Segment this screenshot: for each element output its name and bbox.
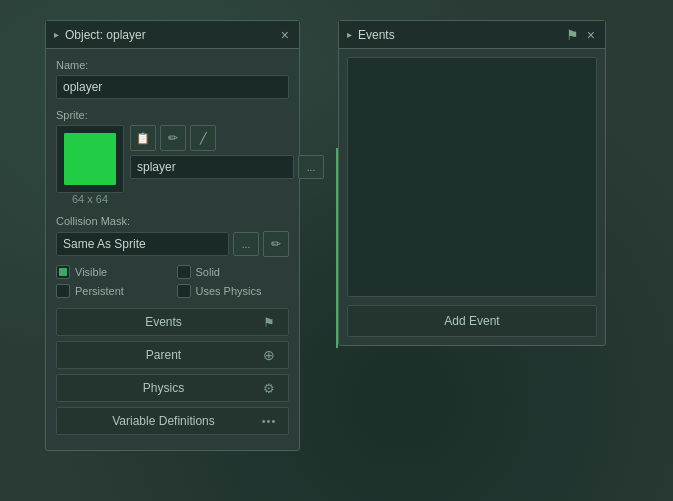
- sprite-browse-button[interactable]: 📋: [130, 125, 156, 151]
- parent-button-label: Parent: [67, 348, 260, 362]
- collision-mask-input[interactable]: [56, 232, 229, 256]
- physics-button[interactable]: Physics ⚙: [56, 374, 289, 402]
- collision-edit-button[interactable]: ✏: [263, 231, 289, 257]
- add-event-button[interactable]: Add Event: [347, 305, 597, 337]
- persistent-checkbox-item: Persistent: [56, 284, 169, 298]
- uses-physics-label: Uses Physics: [196, 285, 262, 297]
- collision-edit-icon: ✏: [271, 237, 281, 251]
- variable-definitions-button[interactable]: Variable Definitions •••: [56, 407, 289, 435]
- persistent-label: Persistent: [75, 285, 124, 297]
- events-panel: ▸ Events ⚑ × Add Event: [338, 20, 606, 346]
- gear-icon: ⚙: [260, 379, 278, 397]
- file-icon: 📋: [136, 132, 150, 145]
- uses-physics-checkbox-item: Uses Physics: [177, 284, 290, 298]
- sprite-thumbnail: [64, 133, 116, 185]
- events-button-label: Events: [67, 315, 260, 329]
- object-panel-body: Name: Sprite: 64 x 64 📋: [46, 49, 299, 450]
- edit-icon: ✏: [168, 131, 178, 145]
- checkbox-grid: Visible Solid Persistent Uses Physics: [56, 265, 289, 298]
- physics-button-label: Physics: [67, 381, 260, 395]
- persistent-checkbox[interactable]: [56, 284, 70, 298]
- variable-definitions-button-label: Variable Definitions: [67, 414, 260, 428]
- visible-checkbox-item: Visible: [56, 265, 169, 279]
- parent-button[interactable]: Parent ⊕: [56, 341, 289, 369]
- collapse-arrow-icon[interactable]: ▸: [54, 29, 59, 40]
- events-panel-title: Events: [358, 28, 395, 42]
- sprite-label: Sprite:: [56, 109, 289, 121]
- flag-icon: ⚑: [260, 313, 278, 331]
- sprite-name-row: ...: [130, 155, 324, 179]
- object-panel-close-button[interactable]: ×: [279, 28, 291, 42]
- events-flag-icon: ⚑: [566, 27, 579, 43]
- events-header-left: ▸ Events: [347, 28, 395, 42]
- collision-label: Collision Mask:: [56, 215, 289, 227]
- object-panel-header: ▸ Object: oplayer ×: [46, 21, 299, 49]
- events-button[interactable]: Events ⚑: [56, 308, 289, 336]
- events-collapse-arrow-icon[interactable]: ▸: [347, 29, 352, 40]
- pencil-icon: ╱: [200, 132, 207, 145]
- name-label: Name:: [56, 59, 289, 71]
- collision-row: ... ✏: [56, 231, 289, 257]
- parent-icon: ⊕: [260, 346, 278, 364]
- solid-label: Solid: [196, 266, 220, 278]
- sprite-name-input[interactable]: [130, 155, 294, 179]
- header-left: ▸ Object: oplayer: [54, 28, 146, 42]
- uses-physics-checkbox[interactable]: [177, 284, 191, 298]
- sprite-section: Sprite: 64 x 64 📋 ✏: [56, 109, 289, 205]
- collision-dots-button[interactable]: ...: [233, 232, 259, 256]
- sprite-dots-button[interactable]: ...: [298, 155, 324, 179]
- solid-checkbox-item: Solid: [177, 265, 290, 279]
- sprite-preview: 64 x 64: [56, 125, 124, 205]
- events-panel-header: ▸ Events ⚑ ×: [339, 21, 605, 49]
- sprite-edit-button[interactable]: ✏: [160, 125, 186, 151]
- sprite-controls: 📋 ✏ ╱ ...: [130, 125, 324, 179]
- sprite-icon-row: 📋 ✏ ╱: [130, 125, 324, 151]
- object-panel: ▸ Object: oplayer × Name: Sprite: 64 x 6…: [45, 20, 300, 451]
- sprite-row: 64 x 64 📋 ✏ ╱: [56, 125, 289, 205]
- events-panel-close-button[interactable]: ×: [585, 28, 597, 42]
- sprite-pencil-button[interactable]: ╱: [190, 125, 216, 151]
- add-event-button-label: Add Event: [444, 314, 499, 328]
- sprite-size-label: 64 x 64: [56, 193, 124, 205]
- solid-checkbox[interactable]: [177, 265, 191, 279]
- object-panel-title: Object: oplayer: [65, 28, 146, 42]
- visible-checkbox[interactable]: [56, 265, 70, 279]
- name-input[interactable]: [56, 75, 289, 99]
- visible-label: Visible: [75, 266, 107, 278]
- variable-definitions-icon: •••: [260, 412, 278, 430]
- events-list-area: [347, 57, 597, 297]
